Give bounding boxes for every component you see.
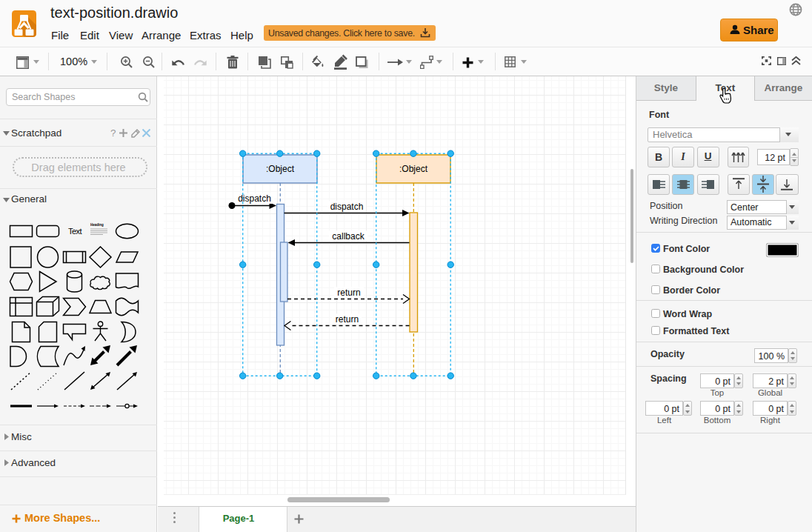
svg-text:return: return — [337, 287, 360, 298]
svg-text:callback: callback — [332, 231, 365, 242]
svg-text:dispatch: dispatch — [330, 202, 364, 212]
svg-text::Object: :Object — [399, 164, 428, 174]
svg-text:Heading: Heading — [90, 223, 104, 227]
svg-text:return: return — [336, 314, 359, 325]
svg-text::Object: :Object — [266, 164, 295, 174]
